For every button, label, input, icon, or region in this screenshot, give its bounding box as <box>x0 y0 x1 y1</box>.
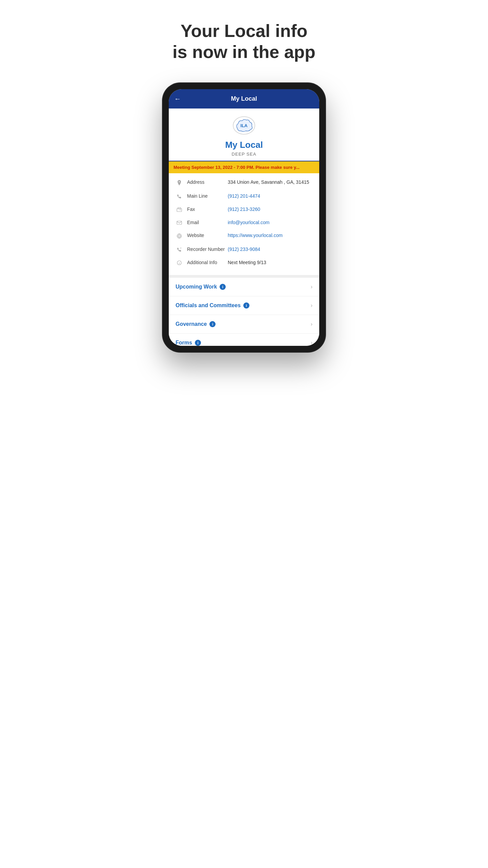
nav-item-forms[interactable]: Forms i › <box>169 334 319 346</box>
fax-label: Fax <box>187 206 228 212</box>
website-value[interactable]: https://www.yourlocal.com <box>228 233 312 238</box>
local-subtitle: DEEP SEA <box>177 152 311 157</box>
info-row-recorder: Recorder Number (912) 233-9084 <box>176 243 312 256</box>
nav-item-governance-label: Governance <box>176 321 207 327</box>
alert-text: Meeting September 13, 2022 - 7:00 PM. Pl… <box>174 165 314 170</box>
mainline-value[interactable]: (912) 201-4474 <box>228 193 312 199</box>
recorder-icon <box>176 247 183 253</box>
header-title: My Local <box>231 95 257 102</box>
nav-item-upcoming-work[interactable]: Upcoming Work i › <box>169 278 319 296</box>
address-icon <box>176 180 183 186</box>
officials-chevron: › <box>311 302 312 309</box>
officials-badge: i <box>243 302 249 309</box>
svg-text:ILA: ILA <box>241 123 248 128</box>
phone-screen: ← My Local ILA My Local DEEP SEA <box>169 89 319 346</box>
additional-icon: i <box>176 260 183 266</box>
info-row-fax: Fax (912) 213-3260 <box>176 203 312 216</box>
nav-item-governance[interactable]: Governance i › <box>169 315 319 334</box>
section-separator-1 <box>169 275 319 278</box>
recorder-label: Recorder Number <box>187 246 228 252</box>
website-label: Website <box>187 233 228 238</box>
email-value[interactable]: info@yourlocal.com <box>228 220 312 225</box>
nav-item-officials-left: Officials and Committees i <box>176 302 249 309</box>
fax-value[interactable]: (912) 213-3260 <box>228 206 312 212</box>
local-name: My Local <box>177 140 311 150</box>
phone-icon <box>176 194 183 200</box>
local-card: ILA My Local DEEP SEA <box>169 108 319 161</box>
back-button[interactable]: ← <box>174 95 181 103</box>
hero-title: Your Local info is now in the app <box>172 20 316 63</box>
info-row-website: Website https://www.yourlocal.com <box>176 229 312 243</box>
phone-frame: ← My Local ILA My Local DEEP SEA <box>163 83 325 352</box>
forms-badge: i <box>195 340 201 346</box>
nav-item-forms-left: Forms i <box>176 340 201 346</box>
nav-item-upcoming-work-left: Upcoming Work i <box>176 284 226 290</box>
upcoming-work-badge: i <box>220 284 226 290</box>
website-icon <box>176 233 183 240</box>
upcoming-work-chevron: › <box>311 284 312 290</box>
nav-item-officials[interactable]: Officials and Committees i › <box>169 296 319 315</box>
governance-chevron: › <box>311 321 312 327</box>
svg-text:i: i <box>179 262 180 265</box>
logo-container: ILA <box>232 115 256 136</box>
app-header: ← My Local <box>169 89 319 108</box>
svg-rect-4 <box>180 210 181 210</box>
email-label: Email <box>187 220 228 225</box>
svg-rect-5 <box>177 221 182 224</box>
info-section: Address 334 Union Ave, Savannah , GA, 31… <box>169 173 319 275</box>
fax-icon <box>176 207 183 213</box>
nav-list: Upcoming Work i › Officials and Committe… <box>169 278 319 346</box>
additional-value: Next Meeting 9/13 <box>228 260 312 265</box>
content-area: ILA My Local DEEP SEA Meeting September … <box>169 108 319 346</box>
address-value: 334 Union Ave, Savannah , GA, 31415 <box>228 179 312 185</box>
info-row-additional: i Additional Info Next Meeting 9/13 <box>176 256 312 270</box>
additional-label: Additional Info <box>187 260 228 265</box>
alert-banner: Meeting September 13, 2022 - 7:00 PM. Pl… <box>169 161 319 173</box>
forms-chevron: › <box>311 340 312 346</box>
nav-item-officials-label: Officials and Committees <box>176 302 241 309</box>
info-row-email: Email info@yourlocal.com <box>176 216 312 229</box>
local-logo: ILA <box>232 115 256 136</box>
info-row-mainline: Main Line (912) 201-4474 <box>176 190 312 203</box>
mainline-label: Main Line <box>187 193 228 199</box>
address-label: Address <box>187 179 228 185</box>
nav-item-upcoming-work-label: Upcoming Work <box>176 284 217 290</box>
nav-item-governance-left: Governance i <box>176 321 216 327</box>
recorder-value[interactable]: (912) 233-9084 <box>228 246 312 252</box>
info-row-address: Address 334 Union Ave, Savannah , GA, 31… <box>176 176 312 190</box>
email-icon <box>176 220 183 226</box>
governance-badge: i <box>209 321 216 327</box>
nav-item-forms-label: Forms <box>176 340 192 346</box>
svg-rect-3 <box>178 208 181 209</box>
